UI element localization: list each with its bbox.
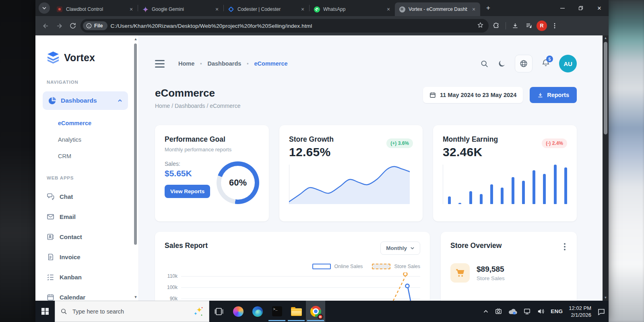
card-title: Sales Report — [165, 242, 208, 250]
chart-legend: Online Sales Store Sales — [165, 264, 420, 269]
chrome-button[interactable]: R — [306, 301, 325, 322]
system-tray: ENG 12:02 PM 2/1/2026 — [483, 301, 609, 322]
date-range-picker[interactable]: 11 May 2024 to 23 May 2024 — [423, 87, 523, 103]
forward-button[interactable] — [53, 20, 65, 32]
moon-icon[interactable] — [497, 60, 506, 68]
scroll-up-arrow-icon[interactable]: ▲ — [134, 37, 138, 41]
calendar-icon — [47, 293, 54, 301]
breadcrumb-ecommerce[interactable]: eCommerce — [254, 60, 288, 67]
bookmark-star-button[interactable] — [477, 22, 484, 30]
kanban-list-icon — [47, 273, 54, 281]
tab-close-icon[interactable]: × — [128, 6, 134, 12]
downloads-button[interactable] — [509, 20, 521, 32]
search-input[interactable] — [72, 308, 189, 315]
sidebar-subitem-ecommerce[interactable]: eCommerce — [58, 120, 133, 126]
chrome-profile-badge: R — [318, 314, 323, 320]
topbar-breadcrumb: Home • Dashboards • eCommerce — [178, 60, 288, 67]
browser-profile-avatar[interactable]: R — [537, 21, 547, 31]
copilot-button[interactable] — [229, 301, 248, 322]
window-minimize-button[interactable] — [553, 0, 572, 16]
sidebar-item-calendar[interactable]: Calendar — [47, 293, 133, 301]
volume-button[interactable] — [537, 308, 545, 315]
window-controls: ✕ — [553, 0, 609, 16]
url-chip-label: File — [94, 23, 103, 29]
forward-arrow-icon — [56, 22, 63, 30]
store-growth-card: Store Growth 12.65% (+) 3.6% — [279, 125, 423, 221]
breadcrumb-dashboards[interactable]: Dashboards — [208, 60, 242, 67]
sidebar-item-dashboards[interactable]: Dashboards — [43, 91, 128, 110]
window-restore-button[interactable] — [572, 0, 590, 16]
new-tab-button[interactable]: + — [483, 2, 494, 14]
reload-button[interactable] — [67, 20, 79, 32]
tray-expand-button[interactable] — [483, 309, 489, 314]
tray-capture-button[interactable] — [495, 308, 502, 315]
page-scrollbar-thumb[interactable] — [604, 42, 607, 134]
puzzle-icon — [493, 22, 500, 29]
sidebar-scrollbar[interactable]: ▲ ▼ — [134, 37, 138, 299]
back-button[interactable] — [39, 20, 52, 32]
sidebar-subitem-analytics[interactable]: Analytics — [58, 136, 133, 143]
earning-badge: (-) 2.4% — [542, 138, 567, 148]
sidebar-item-email[interactable]: Email — [47, 213, 133, 221]
main-content: Home • Dashboards • eCommerce — [139, 35, 603, 301]
search-icon[interactable] — [480, 60, 489, 68]
taskbar-search-box[interactable] — [55, 301, 209, 322]
search-icon — [60, 308, 67, 315]
command-prompt-button[interactable]: >_ — [267, 301, 287, 322]
edge-button[interactable] — [248, 301, 267, 322]
media-controls-button[interactable] — [523, 20, 535, 32]
store-sales-amount: $89,585 — [477, 265, 505, 274]
notifications-button[interactable]: 5 — [541, 58, 550, 69]
star-icon — [477, 22, 484, 29]
legend-online-sales: Online Sales — [334, 264, 363, 269]
sidebar-item-invoice[interactable]: Invoice — [47, 253, 133, 261]
card-menu-button[interactable] — [562, 242, 567, 252]
sidebar-item-chat[interactable]: Chat — [47, 193, 133, 200]
tab-whatsapp[interactable]: WhatsApp × — [310, 2, 395, 16]
browser-menu-button[interactable] — [549, 20, 561, 32]
breadcrumb-home[interactable]: Home — [178, 60, 194, 67]
clock[interactable]: 12:02 PM 2/1/2026 — [569, 305, 591, 318]
globe-icon — [519, 59, 528, 68]
start-button[interactable] — [35, 301, 55, 322]
language-selector[interactable] — [515, 55, 533, 72]
file-explorer-icon — [291, 308, 302, 316]
scroll-up-arrow-icon[interactable]: ▲ — [603, 35, 609, 41]
tab-codester[interactable]: Codester | Codester × — [224, 2, 309, 16]
hamburger-menu-icon[interactable] — [155, 60, 165, 68]
language-indicator[interactable]: ENG — [551, 308, 563, 314]
scroll-down-arrow-icon[interactable]: ▼ — [603, 295, 609, 301]
period-dropdown[interactable]: Monthly — [380, 242, 420, 255]
url-scheme-chip[interactable]: File — [83, 21, 107, 30]
sidebar-item-label: Kanban — [60, 274, 82, 281]
scroll-down-arrow-icon[interactable]: ▼ — [134, 295, 138, 299]
tab-close-icon[interactable]: × — [471, 6, 477, 12]
tab-search-button[interactable] — [39, 2, 50, 14]
task-view-button[interactable] — [209, 301, 229, 322]
tab-close-icon[interactable]: × — [214, 6, 220, 12]
file-explorer-button[interactable] — [287, 301, 306, 322]
address-bar[interactable]: File C:/Users/Khan%20Rizwan/Desktop/Web%… — [80, 19, 489, 33]
brand[interactable]: Vortex — [47, 52, 133, 64]
tab-gemini[interactable]: Google Gemini × — [138, 2, 223, 16]
extensions-button[interactable] — [490, 20, 502, 32]
sidebar-item-contact[interactable]: Contact — [47, 233, 133, 241]
sidebar-subitem-crm[interactable]: CRM — [58, 153, 133, 159]
reports-button[interactable]: Reports — [530, 87, 577, 103]
user-avatar[interactable]: AU — [559, 55, 577, 72]
onedrive-button[interactable] — [508, 308, 517, 315]
clawdbot-favicon-icon — [56, 6, 63, 12]
sidebar-scrollbar-thumb[interactable] — [134, 43, 137, 245]
card-title: Store Overview — [450, 242, 502, 250]
sidebar-item-kanban[interactable]: Kanban — [47, 273, 133, 281]
view-reports-button[interactable]: View Reports — [165, 185, 210, 198]
tab-vortex-active[interactable]: Vortex - eCommerce Dashbo × — [395, 2, 480, 16]
sidebar: Vortex NAVIGATION Dashboards eCommerce A… — [35, 35, 139, 301]
tab-close-icon[interactable]: × — [385, 6, 392, 12]
browser-page-scrollbar[interactable]: ▲ ▼ — [603, 35, 609, 301]
action-center-button[interactable] — [597, 308, 605, 316]
tab-clawdbot[interactable]: Clawdbot Control × — [52, 2, 138, 16]
window-close-button[interactable]: ✕ — [590, 0, 609, 16]
network-button[interactable] — [523, 308, 531, 315]
tab-close-icon[interactable]: × — [299, 6, 306, 12]
